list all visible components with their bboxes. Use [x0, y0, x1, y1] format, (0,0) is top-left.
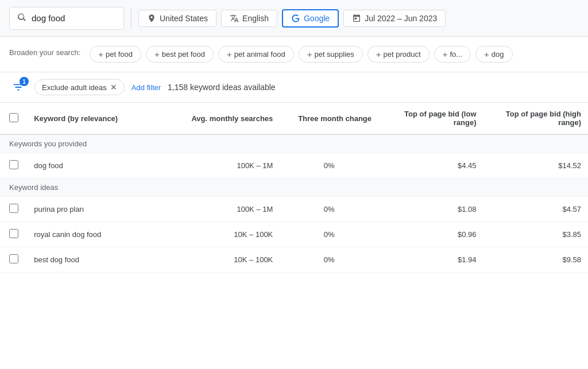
- table-row: dog food 100K – 1M 0% $4.45 $14.52: [0, 153, 588, 178]
- divider: [131, 8, 131, 29]
- plus-icon: +: [484, 49, 489, 59]
- remove-filter-icon[interactable]: ✕: [110, 83, 117, 92]
- row-three-month: 0%: [280, 153, 378, 178]
- plus-icon: +: [98, 49, 103, 59]
- row-keyword: dog food: [27, 153, 169, 178]
- plus-icon: +: [376, 49, 381, 59]
- chip-label: pet animal food: [234, 50, 285, 59]
- chip-label: pet food: [106, 50, 133, 59]
- row-low-bid: $1.08: [378, 197, 483, 222]
- section-header-row: Keyword ideas: [0, 178, 588, 197]
- row-keyword: purina pro plan: [27, 197, 169, 222]
- exclude-adult-chip[interactable]: Exclude adult ideas ✕: [34, 79, 125, 95]
- chip-label: pet product: [384, 50, 421, 59]
- header-three-month: Three month change: [280, 103, 378, 134]
- chip-label: pet supplies: [314, 50, 354, 59]
- row-high-bid: $9.58: [483, 247, 589, 273]
- row-checkbox-cell: [0, 153, 27, 178]
- broaden-search-bar: Broaden your search: + pet food + best p…: [0, 37, 588, 72]
- section-header-row: Keywords you provided: [0, 134, 588, 153]
- chip-pet-supplies[interactable]: + pet supplies: [299, 46, 363, 63]
- header-checkbox-cell: [0, 103, 27, 134]
- row-three-month: 0%: [280, 222, 378, 247]
- filter-badge: 1: [20, 77, 29, 86]
- row-checkbox[interactable]: [9, 204, 18, 213]
- row-three-month: 0%: [280, 247, 378, 273]
- chip-label: dog: [492, 50, 504, 59]
- table-row: royal canin dog food 10K – 100K 0% $0.96…: [0, 222, 588, 247]
- search-box[interactable]: dog food: [9, 7, 124, 30]
- row-avg-monthly: 10K – 100K: [169, 222, 280, 247]
- header-avg-monthly: Avg. monthly searches: [169, 103, 280, 134]
- row-checkbox-cell: [0, 222, 27, 247]
- table-row: best dog food 10K – 100K 0% $1.94 $9.58: [0, 247, 588, 273]
- row-avg-monthly: 10K – 100K: [169, 247, 280, 273]
- section-label: Keyword ideas: [0, 178, 588, 197]
- chip-fo[interactable]: + fo...: [434, 46, 471, 63]
- table-body: Keywords you provided dog food 100K – 1M…: [0, 134, 588, 273]
- row-checkbox-cell: [0, 197, 27, 222]
- platform-filter[interactable]: Google: [282, 9, 339, 28]
- keyword-table: Keyword (by relevance) Avg. monthly sear…: [0, 103, 588, 273]
- row-high-bid: $3.85: [483, 222, 589, 247]
- chip-best-pet-food[interactable]: + best pet food: [146, 46, 214, 63]
- row-low-bid: $1.94: [378, 247, 483, 273]
- top-bar: dog food United States English Google Ju…: [0, 0, 588, 37]
- chip-dog[interactable]: + dog: [475, 46, 512, 63]
- keyword-count: 1,158 keyword ideas available: [168, 83, 276, 92]
- date-range-filter[interactable]: Jul 2022 – Jun 2023: [343, 10, 446, 27]
- chip-pet-food[interactable]: + pet food: [90, 46, 141, 63]
- filter-bar: 1 Exclude adult ideas ✕ Add filter 1,158…: [0, 72, 588, 103]
- row-keyword: royal canin dog food: [27, 222, 169, 247]
- header-high-bid: Top of page bid (high range): [483, 103, 589, 134]
- language-label: English: [242, 14, 269, 23]
- plus-icon: +: [227, 49, 232, 59]
- table-header-row: Keyword (by relevance) Avg. monthly sear…: [0, 103, 588, 134]
- row-checkbox[interactable]: [9, 160, 18, 169]
- row-avg-monthly: 100K – 1M: [169, 197, 280, 222]
- search-icon: [17, 12, 27, 25]
- broaden-chips: + pet food + best pet food + pet animal …: [90, 46, 512, 63]
- select-all-checkbox[interactable]: [9, 113, 18, 122]
- row-three-month: 0%: [280, 197, 378, 222]
- chip-pet-product[interactable]: + pet product: [368, 46, 430, 63]
- table-row: purina pro plan 100K – 1M 0% $1.08 $4.57: [0, 197, 588, 222]
- location-label: United States: [160, 14, 208, 23]
- row-low-bid: $4.45: [378, 153, 483, 178]
- filter-icon-wrap[interactable]: 1: [9, 78, 28, 96]
- header-low-bid: Top of page bid (low range): [378, 103, 483, 134]
- chip-pet-animal-food[interactable]: + pet animal food: [218, 46, 294, 63]
- plus-icon: +: [307, 49, 312, 59]
- row-low-bid: $0.96: [378, 222, 483, 247]
- chip-label: fo...: [450, 50, 462, 59]
- section-label: Keywords you provided: [0, 134, 588, 153]
- row-keyword: best dog food: [27, 247, 169, 273]
- row-avg-monthly: 100K – 1M: [169, 153, 280, 178]
- row-checkbox-cell: [0, 247, 27, 273]
- search-value: dog food: [32, 13, 65, 23]
- row-checkbox[interactable]: [9, 229, 18, 238]
- exclude-label: Exclude adult ideas: [42, 83, 107, 92]
- plus-icon: +: [154, 49, 160, 59]
- add-filter-button[interactable]: Add filter: [131, 83, 161, 92]
- language-filter[interactable]: English: [221, 10, 277, 27]
- location-filter[interactable]: United States: [138, 10, 216, 27]
- row-high-bid: $4.57: [483, 197, 589, 222]
- date-range-label: Jul 2022 – Jun 2023: [365, 14, 437, 23]
- header-keyword: Keyword (by relevance): [27, 103, 169, 134]
- platform-label: Google: [304, 14, 330, 23]
- row-high-bid: $14.52: [483, 153, 589, 178]
- chip-label: best pet food: [162, 50, 205, 59]
- plus-icon: +: [443, 49, 448, 59]
- row-checkbox[interactable]: [9, 254, 18, 263]
- broaden-label: Broaden your search:: [9, 46, 80, 57]
